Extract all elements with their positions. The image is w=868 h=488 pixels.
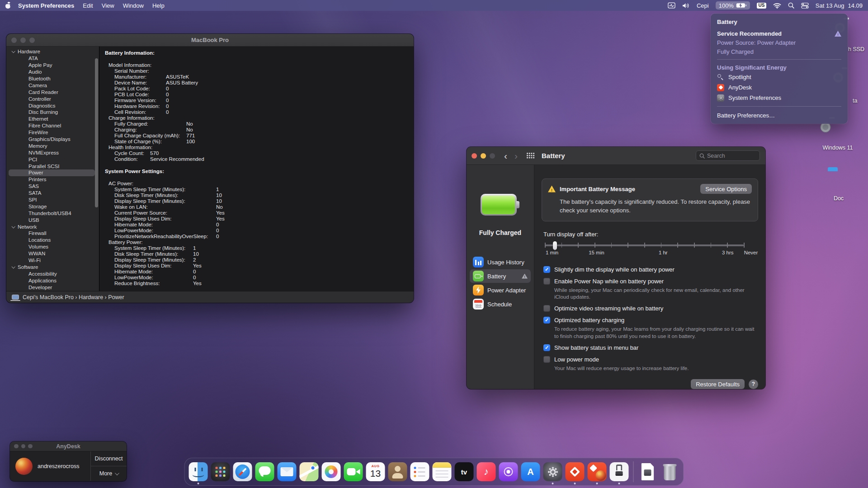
menu-edit[interactable]: Edit: [83, 2, 93, 9]
option-label[interactable]: Optimized battery charging: [554, 317, 624, 324]
sidebar-item[interactable]: Volumes: [6, 244, 99, 250]
sidebar-item[interactable]: Thunderbolt/USB4: [6, 210, 99, 216]
sidebar-item[interactable]: Controller: [6, 95, 99, 102]
sidebar-item[interactable]: WWAN: [6, 250, 99, 257]
battery-preferences-item[interactable]: Battery Preferences…: [711, 110, 848, 120]
breadcrumb[interactable]: Cepi's MacBook Pro › Hardware › Power: [6, 291, 414, 303]
zoom-button[interactable]: [29, 38, 35, 43]
sidebar-item[interactable]: Ethernet: [6, 116, 99, 122]
dock-notes[interactable]: [433, 462, 452, 481]
back-button[interactable]: ‹: [504, 151, 507, 160]
sidebar-item[interactable]: Locations: [6, 237, 99, 244]
zoom-button[interactable]: [490, 153, 495, 159]
sidebar-item[interactable]: USB: [6, 216, 99, 223]
dock-anydesk[interactable]: [566, 462, 585, 481]
sidebar-item-power[interactable]: Power: [6, 169, 99, 176]
dock-mail[interactable]: [278, 462, 297, 481]
more-button[interactable]: More: [91, 466, 127, 481]
close-button[interactable]: [14, 444, 19, 449]
activity-status-icon[interactable]: [668, 2, 675, 9]
dock-appstore[interactable]: A: [521, 462, 540, 481]
user-menu[interactable]: Cepi: [697, 2, 709, 9]
option-label[interactable]: Slightly dim the display while on batter…: [554, 266, 675, 273]
apple-menu[interactable]: [5, 2, 11, 9]
sidebar-item[interactable]: Printers: [6, 176, 99, 183]
sidebar-item[interactable]: Fibre Channel: [6, 122, 99, 129]
disconnect-button[interactable]: Disconnect: [91, 451, 127, 466]
energy-app-spotlight[interactable]: Spotlight: [711, 72, 848, 82]
sidebar-item[interactable]: Disc Burning: [6, 109, 99, 116]
dock-finder[interactable]: [189, 462, 208, 481]
checkbox[interactable]: ✓: [543, 317, 550, 324]
nav-battery[interactable]: Battery: [470, 269, 531, 283]
sidebar-item[interactable]: Graphics/Displays: [6, 136, 99, 143]
dock-separator[interactable]: [633, 461, 634, 482]
battery-status-menu[interactable]: 100%: [716, 1, 750, 9]
menu-window[interactable]: Window: [123, 2, 144, 9]
wifi-icon[interactable]: [773, 3, 781, 9]
sidebar-item[interactable]: Bluetooth: [6, 75, 99, 82]
energy-app-anydesk[interactable]: AnyDesk: [711, 82, 848, 93]
close-button[interactable]: [472, 153, 477, 159]
dock-podcasts[interactable]: [499, 462, 518, 481]
sidebar-item[interactable]: Hardware: [6, 48, 99, 55]
sidebar-item[interactable]: NVMExpress: [6, 149, 99, 156]
sidebar-item[interactable]: PCI: [6, 156, 99, 163]
sidebar-item[interactable]: Developer: [6, 284, 99, 291]
menu-help[interactable]: Help: [152, 2, 165, 9]
dock-trash[interactable]: [660, 462, 679, 481]
keyboard-layout-menu[interactable]: US: [757, 3, 766, 9]
close-button[interactable]: [11, 38, 17, 43]
app-menu-title[interactable]: System Preferences: [18, 2, 74, 9]
minimize-button[interactable]: [21, 444, 26, 449]
zoom-button[interactable]: [28, 444, 33, 449]
sidebar-item[interactable]: Parallel SCSI: [6, 163, 99, 169]
sidebar-item[interactable]: Accessibility: [6, 270, 99, 277]
dock-calendar[interactable]: AUG13: [366, 462, 385, 481]
volume-icon[interactable]: [682, 3, 690, 9]
option-label[interactable]: Enable Power Nap while on battery power: [554, 278, 664, 285]
sidebar-item[interactable]: Software: [6, 264, 99, 271]
minimize-button[interactable]: [481, 153, 486, 159]
slider-thumb[interactable]: [553, 241, 557, 250]
sidebar-item[interactable]: Audio: [6, 69, 99, 75]
minimize-button[interactable]: [20, 38, 26, 43]
dock-safari[interactable]: [233, 462, 252, 481]
dock-system-preferences[interactable]: [543, 462, 562, 481]
sidebar-item[interactable]: ATA: [6, 55, 99, 62]
sidebar-item[interactable]: Firewall: [6, 230, 99, 237]
sidebar-item[interactable]: Diagnostics: [6, 102, 99, 109]
sidebar-item[interactable]: Apple Pay: [6, 62, 99, 69]
sidebar-item[interactable]: Applications: [6, 277, 99, 284]
search-field[interactable]: [696, 150, 760, 161]
show-all-icon[interactable]: [527, 153, 534, 159]
checkbox[interactable]: ✓: [543, 278, 550, 285]
dock-music[interactable]: ♪: [477, 462, 496, 481]
sidebar-item[interactable]: SPI: [6, 197, 99, 203]
dock-reminders[interactable]: [410, 462, 429, 481]
sidebar-item[interactable]: SATA: [6, 190, 99, 197]
sidebar-item[interactable]: Network: [6, 223, 99, 230]
checkbox[interactable]: ✓: [543, 266, 550, 273]
nav-usage-history[interactable]: Usage History: [470, 255, 531, 269]
clock-menu[interactable]: Sat 13 Aug14.09: [816, 2, 863, 9]
sidebar-item[interactable]: Wi-Fi: [6, 257, 99, 264]
checkbox[interactable]: ✓: [543, 305, 550, 312]
sidebar-item[interactable]: Storage: [6, 203, 99, 210]
nav-power-adapter[interactable]: Power Adapter: [470, 283, 531, 297]
dock-maps[interactable]: [300, 462, 319, 481]
sidebar-item[interactable]: SAS: [6, 183, 99, 190]
dock-contacts[interactable]: [388, 462, 407, 481]
sidebar-item[interactable]: Card Reader: [6, 89, 99, 95]
dock-photos[interactable]: [322, 462, 341, 481]
dock-launchpad[interactable]: [211, 462, 230, 481]
option-label[interactable]: Optimize video streaming while on batter…: [554, 305, 663, 312]
help-button[interactable]: ?: [749, 380, 758, 389]
service-options-button[interactable]: Service Options: [700, 184, 752, 194]
energy-app-system-preferences[interactable]: System Preferences: [711, 93, 848, 103]
search-input[interactable]: [707, 153, 756, 159]
sidebar-item[interactable]: Camera: [6, 82, 99, 89]
option-label[interactable]: Low power mode: [554, 356, 599, 363]
dock-anydesk-session[interactable]: [588, 462, 607, 481]
dock-facetime[interactable]: [344, 462, 363, 481]
